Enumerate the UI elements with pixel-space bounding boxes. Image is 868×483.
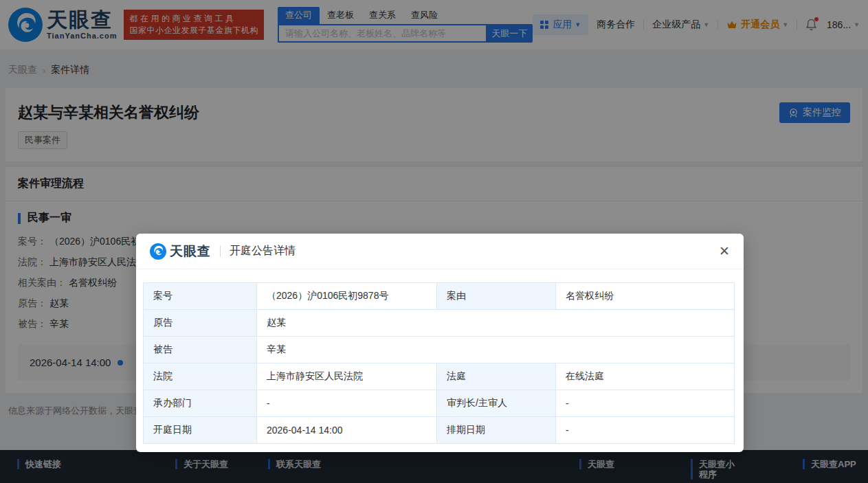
tianyancha-logo-icon bbox=[150, 243, 166, 260]
modal-body: 案号 （2026）沪0106民初9878号 案由 名誉权纠纷 原告 赵某 被告 … bbox=[136, 269, 744, 444]
table-row: 原告 赵某 bbox=[144, 310, 735, 337]
modal-header: 天眼查 开庭公告详情 ✕ bbox=[136, 234, 744, 269]
close-icon[interactable]: ✕ bbox=[715, 243, 733, 260]
modal-header-divider bbox=[220, 245, 221, 257]
table-row: 开庭日期 2026-04-14 14:00 排期日期 - bbox=[144, 417, 735, 444]
modal-title: 开庭公告详情 bbox=[230, 244, 296, 258]
modal-brand-name: 天眼查 bbox=[170, 243, 211, 260]
table-row: 法院 上海市静安区人民法院 法庭 在线法庭 bbox=[144, 363, 735, 390]
table-row: 案号 （2026）沪0106民初9878号 案由 名誉权纠纷 bbox=[144, 283, 735, 310]
table-row: 承办部门 - 审判长/主审人 - bbox=[144, 390, 735, 417]
modal-tianyancha-logo: 天眼查 bbox=[150, 243, 211, 260]
hearing-detail-table: 案号 （2026）沪0106民初9878号 案由 名誉权纠纷 原告 赵某 被告 … bbox=[143, 282, 735, 444]
hearing-detail-modal: 天眼查 开庭公告详情 ✕ 案号 （2026）沪0106民初9878号 案由 名誉… bbox=[136, 234, 744, 452]
table-row: 被告 辛某 bbox=[144, 337, 735, 363]
